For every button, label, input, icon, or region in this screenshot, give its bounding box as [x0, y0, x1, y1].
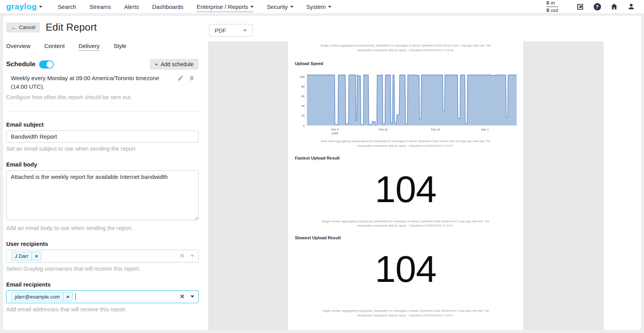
in-count: 0: [546, 0, 550, 6]
svg-text:Feb 23: Feb 23: [431, 128, 440, 131]
nav-menu: Search Streams Alerts Dashboards Enterpr…: [58, 3, 331, 10]
user-recipient-tag: J Darr ×: [11, 252, 41, 261]
user-recipients-help: Select Graylog usernames that will recei…: [6, 266, 199, 272]
edit-report-card: ← Cancel Edit Report Overview Content De…: [3, 16, 641, 330]
caption-max-upload: Single number aggregating max(upload_ban…: [315, 219, 497, 228]
slowest-upload-value: 104: [288, 251, 523, 287]
email-recipient-tag: jdarr@example.com ×: [11, 292, 73, 301]
section-divider: [6, 112, 199, 112]
schedule-entry-text: Weekly every Monday at 09:00 America/Tor…: [11, 74, 170, 91]
email-recipients-label: Email recipients: [6, 281, 199, 288]
tag-label: jdarr@example.com: [12, 293, 63, 301]
nav-item-streams[interactable]: Streams: [89, 3, 111, 10]
clear-field-icon[interactable]: ✕: [180, 252, 185, 259]
nav-item-enterprise-reports[interactable]: Enterprise / Reports: [197, 3, 253, 12]
pdf-page: Single number aggregating min(download_b…: [288, 41, 523, 330]
svg-text:100: 100: [300, 75, 305, 79]
email-body-textarea[interactable]: Attached is the weekly report for availa…: [6, 170, 199, 220]
schedule-toggle[interactable]: [39, 60, 54, 69]
toggle-knob: [46, 61, 53, 68]
user-recipients-label: User recipients: [6, 240, 199, 247]
nav-item-label: Security: [267, 3, 288, 10]
help-icon[interactable]: ?: [593, 2, 601, 11]
upload-speed-chart: 020406080100Feb 92025Feb 16Feb 23Mar 2: [294, 68, 523, 136]
email-recipients-field[interactable]: jdarr@example.com × ✕: [6, 290, 199, 303]
in-label: in: [551, 0, 555, 6]
logo-caret-down-icon[interactable]: [39, 6, 42, 8]
report-tabs: Overview Content Delivery Style: [6, 43, 199, 51]
delivery-form-panel: ← Cancel Edit Report Overview Content De…: [6, 21, 199, 312]
tab-overview[interactable]: Overview: [6, 43, 31, 51]
svg-text:2025: 2025: [332, 132, 338, 135]
nav-item-security[interactable]: Security: [267, 3, 293, 10]
question-mark-glyph: ?: [594, 3, 601, 10]
caption-min-download: Single number aggregating min(download_b…: [315, 43, 497, 52]
page-title: Edit Report: [46, 21, 97, 33]
svg-text:Feb 16: Feb 16: [379, 128, 387, 131]
nav-item-label: System: [307, 3, 326, 10]
tab-content[interactable]: Content: [45, 43, 65, 51]
cancel-label: Cancel: [19, 24, 35, 30]
email-subject-label: Email subject: [6, 121, 199, 128]
page-background: ← Cancel Edit Report Overview Content De…: [0, 13, 644, 333]
edit-schedule-pencil-icon[interactable]: [177, 75, 184, 81]
slowest-upload-heading: Slowest Upload Result: [295, 235, 523, 240]
schedule-heading: Schedule: [6, 60, 36, 68]
caption-min-upload: Single number aggregating min(upload_ban…: [315, 309, 497, 318]
home-icon[interactable]: [610, 2, 618, 11]
add-schedule-label: Add schedule: [161, 61, 194, 67]
dropdown-caret-icon: [243, 29, 247, 32]
chart-title: Upload Speed: [295, 61, 523, 66]
area-chart-svg: 020406080100Feb 92025Feb 16Feb 23Mar 2: [294, 68, 521, 135]
compose-edit-icon[interactable]: [576, 2, 584, 11]
nav-item-dashboards[interactable]: Dashboards: [152, 3, 183, 10]
plus-icon: +: [155, 61, 158, 67]
dropdown-caret-icon[interactable]: [190, 255, 194, 257]
email-subject-help: Set an email subject to use when sending…: [6, 146, 199, 152]
out-count: 0: [546, 7, 550, 13]
caret-down-icon: [290, 6, 293, 8]
report-preview-pane[interactable]: Single number aggregating min(download_b…: [208, 41, 604, 330]
fastest-upload-heading: Fastest Upload Result: [295, 156, 523, 160]
email-body-help: Add an email body to use when sending th…: [6, 225, 199, 231]
fastest-upload-value: 104: [288, 172, 523, 207]
caret-down-icon: [250, 6, 253, 8]
tab-delivery[interactable]: Delivery: [79, 43, 99, 51]
clear-field-icon[interactable]: ✕: [180, 293, 185, 300]
user-icon[interactable]: [627, 2, 635, 11]
svg-text:20: 20: [301, 114, 305, 118]
remove-tag-icon[interactable]: ×: [63, 293, 73, 301]
tab-style[interactable]: Style: [113, 43, 126, 51]
user-recipients-field[interactable]: J Darr × ✕: [6, 250, 199, 263]
text-cursor: [75, 293, 76, 300]
back-arrow-icon: ←: [11, 24, 17, 30]
svg-text:Mar 2: Mar 2: [481, 128, 489, 131]
delete-schedule-trash-icon[interactable]: [189, 75, 195, 81]
graylog-logo[interactable]: graylog: [6, 2, 37, 11]
throughput-indicator[interactable]: 0in 0out: [546, 0, 558, 13]
nav-item-alerts[interactable]: Alerts: [124, 3, 139, 10]
caption-area-chart: Area chart aggregating upload speed by t…: [315, 139, 497, 148]
nav-item-search[interactable]: Search: [58, 3, 76, 10]
email-body-label: Email body: [6, 161, 199, 168]
schedule-help-text: Configure how often this report should b…: [6, 94, 199, 100]
format-select-value: PDF: [215, 27, 226, 34]
out-label: out: [551, 7, 558, 13]
svg-text:0: 0: [303, 124, 305, 127]
top-nav: graylog Search Streams Alerts Dashboards…: [0, 0, 644, 13]
svg-text:60: 60: [301, 94, 305, 98]
nav-item-system[interactable]: System: [307, 3, 331, 10]
svg-text:40: 40: [301, 105, 305, 108]
tag-label: J Darr: [12, 252, 31, 260]
nav-item-label: Enterprise / Reports: [197, 3, 248, 10]
cancel-button[interactable]: ← Cancel: [6, 22, 40, 33]
svg-text:Feb 9: Feb 9: [331, 128, 339, 131]
add-schedule-button[interactable]: + Add schedule: [150, 59, 199, 70]
email-subject-input[interactable]: [6, 130, 199, 142]
remove-tag-icon[interactable]: ×: [31, 252, 41, 260]
svg-text:80: 80: [301, 85, 305, 88]
email-recipients-help: Add email addresses that will receive th…: [6, 306, 199, 312]
caret-down-icon: [328, 6, 331, 8]
format-select[interactable]: PDF: [209, 24, 253, 37]
dropdown-caret-icon[interactable]: [190, 295, 194, 298]
